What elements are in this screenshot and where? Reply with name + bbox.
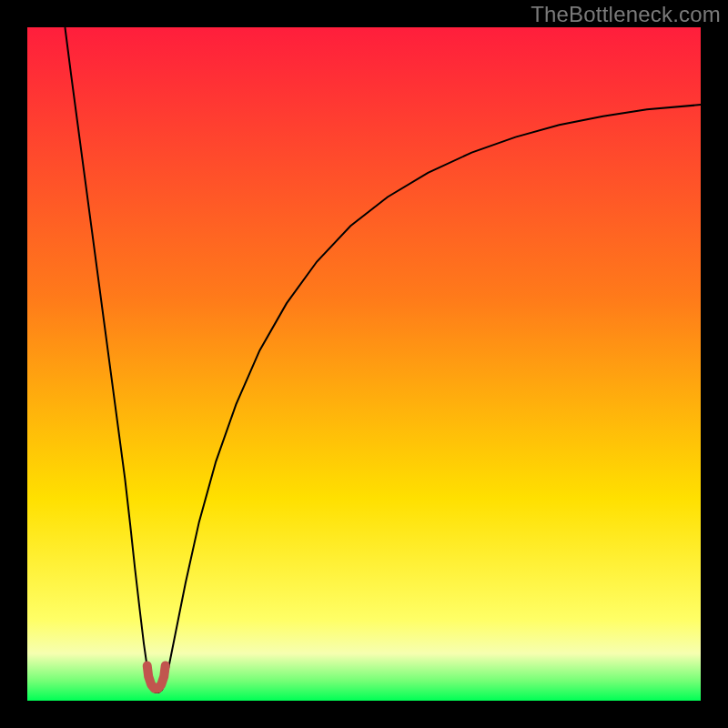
chart-background (27, 27, 701, 701)
chart-svg (27, 27, 701, 701)
chart-frame: TheBottleneck.com (0, 0, 728, 728)
watermark-text: TheBottleneck.com (531, 2, 721, 27)
